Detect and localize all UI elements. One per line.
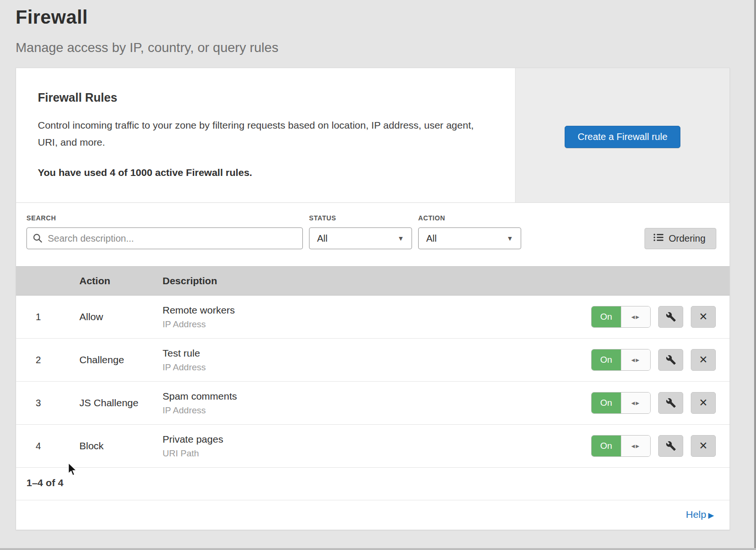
section-description: Control incoming traffic to your zone by…: [38, 117, 482, 151]
action-select[interactable]: All ▼: [418, 227, 521, 249]
search-label: SEARCH: [26, 214, 303, 222]
edit-rule-button[interactable]: [658, 306, 683, 328]
rule-enabled-toggle[interactable]: On ◂▸: [591, 435, 651, 457]
rule-number: 3: [16, 398, 79, 409]
help-link-label: Help: [686, 509, 706, 520]
delete-rule-button[interactable]: ✕: [691, 306, 716, 328]
rule-description: Spam comments: [163, 391, 578, 402]
rule-action: Block: [79, 440, 163, 452]
rule-match-type: URI Path: [163, 448, 578, 459]
chevron-down-icon: ▼: [397, 235, 404, 242]
rule-enabled-toggle[interactable]: On ◂▸: [591, 392, 651, 414]
close-icon: ✕: [699, 311, 707, 323]
search-icon: [33, 233, 43, 243]
wrench-icon: [666, 398, 676, 408]
wrench-icon: [666, 312, 676, 322]
action-label: ACTION: [418, 214, 521, 222]
toggle-on-label: On: [592, 306, 621, 327]
column-header-action: Action: [79, 275, 163, 287]
delete-rule-button[interactable]: ✕: [691, 392, 716, 414]
rule-action: Challenge: [79, 354, 163, 366]
window-edge: [754, 0, 756, 550]
rule-action: JS Challenge: [79, 397, 163, 409]
rule-match-type: IP Address: [163, 405, 578, 416]
toggle-on-label: On: [592, 436, 621, 456]
action-filter-group: ACTION All ▼: [418, 214, 521, 249]
rule-action: Allow: [79, 311, 163, 323]
section-title: Firewall Rules: [38, 91, 482, 105]
close-icon: ✕: [699, 397, 707, 409]
table-row: 2 Challenge Test rule IP Address On ◂▸ ✕: [16, 339, 730, 382]
help-bar: Help▶: [16, 500, 730, 530]
search-filter-group: SEARCH: [26, 214, 303, 249]
intro-section: Firewall Rules Control incoming traffic …: [16, 68, 730, 203]
pagination-range: 1–4 of 4: [26, 477, 63, 488]
action-select-value: All: [426, 233, 437, 244]
ordering-button[interactable]: Ordering: [644, 228, 716, 249]
table-header: Action Description: [16, 266, 730, 296]
column-header-description: Description: [163, 275, 578, 287]
chevron-right-icon: ▶: [708, 511, 714, 519]
filter-bar: SEARCH STATUS All ▼ ACTION All ▼: [16, 203, 730, 266]
rule-match-type: IP Address: [163, 362, 578, 373]
chevron-down-icon: ▼: [507, 235, 513, 242]
rule-enabled-toggle[interactable]: On ◂▸: [591, 349, 651, 371]
page-header: Firewall Manage access by IP, country, o…: [0, 0, 756, 55]
create-firewall-rule-button[interactable]: Create a Firewall rule: [565, 126, 680, 148]
rule-description: Remote workers: [163, 305, 578, 316]
toggle-handle-icon: ◂▸: [621, 393, 650, 413]
delete-rule-button[interactable]: ✕: [691, 349, 716, 371]
rule-description: Test rule: [163, 348, 578, 359]
page-subtitle: Manage access by IP, country, or query r…: [16, 40, 740, 55]
rule-description: Private pages: [163, 434, 578, 445]
pagination-bar: 1–4 of 4: [16, 468, 730, 500]
edit-rule-button[interactable]: [658, 349, 683, 371]
close-icon: ✕: [699, 440, 707, 452]
edit-rule-button[interactable]: [658, 435, 683, 457]
help-link[interactable]: Help▶: [686, 509, 714, 520]
status-select-value: All: [317, 233, 327, 244]
ordering-list-icon: [653, 233, 664, 244]
firewall-rules-card: Firewall Rules Control incoming traffic …: [16, 68, 730, 530]
table-row: 1 Allow Remote workers IP Address On ◂▸ …: [16, 296, 730, 339]
status-label: STATUS: [309, 214, 412, 222]
rule-number: 1: [16, 312, 79, 323]
intro-text-block: Firewall Rules Control incoming traffic …: [16, 68, 515, 202]
wrench-icon: [666, 355, 676, 365]
edit-rule-button[interactable]: [658, 392, 683, 414]
toggle-on-label: On: [592, 393, 621, 413]
usage-summary: You have used 4 of 1000 active Firewall …: [38, 167, 482, 178]
wrench-icon: [666, 441, 676, 451]
status-select[interactable]: All ▼: [309, 227, 412, 249]
rule-number: 4: [16, 441, 79, 452]
toggle-handle-icon: ◂▸: [621, 436, 650, 456]
rule-match-type: IP Address: [163, 319, 578, 330]
toggle-handle-icon: ◂▸: [621, 306, 650, 327]
window-edge: [0, 548, 756, 550]
table-row: 3 JS Challenge Spam comments IP Address …: [16, 382, 730, 425]
status-filter-group: STATUS All ▼: [309, 214, 412, 249]
rule-enabled-toggle[interactable]: On ◂▸: [591, 306, 651, 328]
page-title: Firewall: [16, 7, 740, 28]
close-icon: ✕: [699, 354, 707, 366]
toggle-handle-icon: ◂▸: [621, 349, 650, 370]
intro-action-panel: Create a Firewall rule: [515, 68, 730, 202]
table-row: 4 Block Private pages URI Path On ◂▸ ✕: [16, 425, 730, 468]
delete-rule-button[interactable]: ✕: [691, 435, 716, 457]
ordering-button-label: Ordering: [669, 233, 705, 244]
toggle-on-label: On: [592, 349, 621, 370]
search-input[interactable]: [26, 227, 303, 249]
rule-number: 2: [16, 355, 79, 366]
